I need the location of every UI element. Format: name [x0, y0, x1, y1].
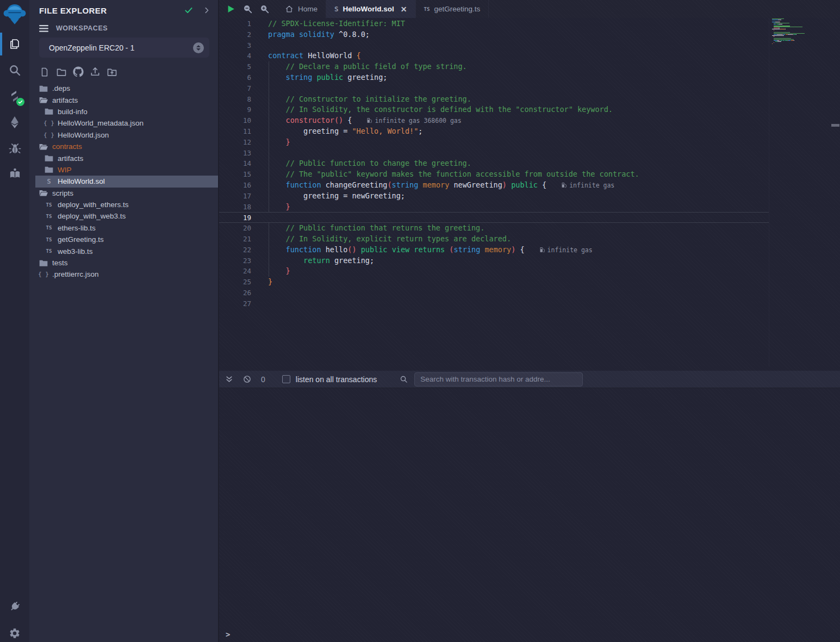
code-line-7[interactable]: 7 [219, 83, 840, 94]
file-explorer-button[interactable] [0, 32, 29, 57]
code-line-4[interactable]: 4contract HelloWorld { [219, 51, 840, 61]
code-line-15[interactable]: 15 // The "public" keyword makes the fun… [219, 169, 840, 180]
file-tree-item-build-info[interactable]: build-info [29, 106, 218, 117]
debugger-button[interactable] [0, 136, 29, 161]
code-line-12[interactable]: 12 } [219, 137, 840, 148]
code-line-11[interactable]: 11 greeting = "Hello, World!"; [219, 126, 840, 137]
code-line-6[interactable]: 6 string public greeting; [219, 72, 840, 83]
terminal-content[interactable]: > [219, 388, 840, 642]
code-line-18[interactable]: 18 } [219, 202, 840, 213]
editor-controls [219, 0, 277, 18]
github-icon[interactable] [73, 66, 84, 77]
code-line-3[interactable]: 3 [219, 40, 840, 51]
new-file-icon[interactable] [39, 66, 50, 77]
code-line-17[interactable]: 17 greeting = newGreeting; [219, 191, 840, 202]
code-line-25[interactable]: 25} [219, 277, 840, 288]
folder-open-icon [39, 143, 48, 151]
editor-region: HomeSHelloWorld.sol✕TSgetGreeting.ts 1//… [219, 0, 840, 642]
code-line-9[interactable]: 9 // In Solidity, the constructor is def… [219, 104, 840, 115]
file-tree-item-deploy-with-web3-ts[interactable]: TSdeploy_with_web3.ts [29, 210, 218, 222]
ts-icon: TS [45, 248, 53, 254]
plugin-manager-button[interactable] [0, 594, 29, 619]
code-line-5[interactable]: 5 // Declare a public field of type stri… [219, 61, 840, 72]
ts-icon: TS [45, 225, 53, 230]
code-line-26[interactable]: 26 [219, 288, 840, 298]
file-label: build-info [58, 108, 88, 116]
solidity-compiler-button[interactable] [0, 84, 29, 109]
line-content: function hello() public view returns (st… [251, 245, 593, 256]
workspace-select[interactable]: OpenZeppelin ERC20 - 1 [39, 38, 209, 58]
hamburger-menu-icon[interactable] [39, 25, 48, 32]
tab-home[interactable]: Home [277, 0, 326, 18]
listen-transactions-label: listen on all transactions [296, 375, 377, 384]
file-tree-item-getgreeting-ts[interactable]: TSgetGreeting.ts [29, 234, 218, 245]
code-line-16[interactable]: 16 function changeGreeting(string memory… [219, 180, 840, 191]
collapse-panel-chevron-icon[interactable] [203, 7, 210, 14]
learneth-button[interactable] [0, 161, 29, 186]
file-tree-item-contracts[interactable]: contracts [29, 141, 218, 152]
line-number: 7 [219, 83, 251, 94]
gas-estimate-ghost: infinite gas 368600 gas [366, 117, 461, 124]
line-number: 2 [219, 29, 251, 40]
line-content: } [251, 266, 290, 277]
new-folder-icon[interactable] [56, 66, 67, 77]
settings-button[interactable] [0, 621, 29, 642]
file-tree-item-web3-lib-ts[interactable]: TSweb3-lib.ts [29, 245, 218, 257]
file-tree-item-helloworld-json[interactable]: { }HelloWorld.json [29, 129, 218, 141]
tab-getgreeting-ts[interactable]: TSgetGreeting.ts [416, 0, 489, 18]
remix-logo-button[interactable] [0, 0, 29, 28]
file-tree-item-helloworld-sol[interactable]: SHelloWorld.sol [35, 176, 218, 187]
file-tree-item-wip[interactable]: WIP [29, 164, 218, 176]
file-label: tests [52, 259, 68, 267]
search-button[interactable] [0, 58, 29, 83]
file-label: HelloWorld.sol [58, 177, 105, 185]
gear-icon [9, 627, 21, 639]
code-line-23[interactable]: 23 return greeting; [219, 255, 840, 266]
line-number: 4 [219, 51, 251, 61]
tab-helloworld-sol[interactable]: SHelloWorld.sol✕ [326, 0, 416, 18]
code-line-10[interactable]: 10 constructor() {infinite gas 368600 ga… [219, 115, 840, 126]
code-line-27[interactable]: 27 [219, 298, 840, 309]
close-tab-icon[interactable]: ✕ [401, 5, 407, 14]
line-number: 5 [219, 61, 251, 72]
minimap[interactable] [769, 18, 840, 367]
code-line-21[interactable]: 21 // In Solidity, explicit return types… [219, 234, 840, 245]
file-tree-item-artifacts[interactable]: artifacts [29, 152, 218, 164]
code-line-2[interactable]: 2pragma solidity ^0.8.0; [219, 29, 840, 40]
upload-file-icon[interactable] [90, 66, 101, 77]
file-explorer-header: FILE EXPLORER [39, 4, 210, 16]
code-line-1[interactable]: 1// SPDX-License-Identifier: MIT [219, 18, 840, 29]
file-tree-item-scripts[interactable]: scripts [29, 188, 218, 199]
file-tree-item-deploy-with-ethers-ts[interactable]: TSdeploy_with_ethers.ts [29, 199, 218, 210]
zoom-out-icon[interactable] [243, 4, 252, 14]
code-line-14[interactable]: 14 // Public function to change the gree… [219, 158, 840, 169]
file-tree-item-helloworld-metadata-json[interactable]: { }HelloWorld_metadata.json [29, 117, 218, 129]
code-line-13[interactable]: 13 [219, 148, 840, 159]
file-tree-item-tests[interactable]: tests [29, 257, 218, 269]
run-icon[interactable] [226, 4, 235, 14]
code-line-22[interactable]: 22 function hello() public view returns … [219, 245, 840, 255]
ts-icon: TS [424, 7, 430, 12]
file-label: HelloWorld.json [58, 131, 109, 139]
file-tree-item-artifacts[interactable]: artifacts [29, 94, 218, 105]
file-tree-item-ethers-lib-ts[interactable]: TSethers-lib.ts [29, 222, 218, 234]
zoom-in-icon[interactable] [260, 4, 269, 14]
listen-transactions-checkbox[interactable] [282, 375, 290, 383]
clear-console-ban-icon[interactable] [243, 375, 251, 383]
code-line-19[interactable]: 19 [219, 212, 840, 223]
terminal-expand-icon[interactable] [225, 375, 233, 383]
code-line-24[interactable]: 24 } [219, 266, 840, 277]
file-tree-item--deps[interactable]: .deps [29, 83, 218, 94]
code-editor[interactable]: 1// SPDX-License-Identifier: MIT2pragma … [219, 18, 840, 367]
code-line-8[interactable]: 8 // Constructor to initialize the greet… [219, 94, 840, 105]
terminal-search-icon [400, 375, 408, 383]
upload-folder-icon[interactable] [107, 66, 117, 77]
code-line-20[interactable]: 20 // Public function that returns the g… [219, 223, 840, 234]
deploy-run-button[interactable] [0, 110, 29, 135]
terminal-search-input[interactable] [414, 372, 583, 387]
line-content: } [251, 202, 290, 213]
terminal-resize-handle[interactable] [219, 367, 840, 371]
line-number: 26 [219, 288, 251, 298]
file-tree-item--prettierrc-json[interactable]: { }.prettierrc.json [29, 269, 218, 280]
transaction-count: 0 [261, 375, 265, 384]
